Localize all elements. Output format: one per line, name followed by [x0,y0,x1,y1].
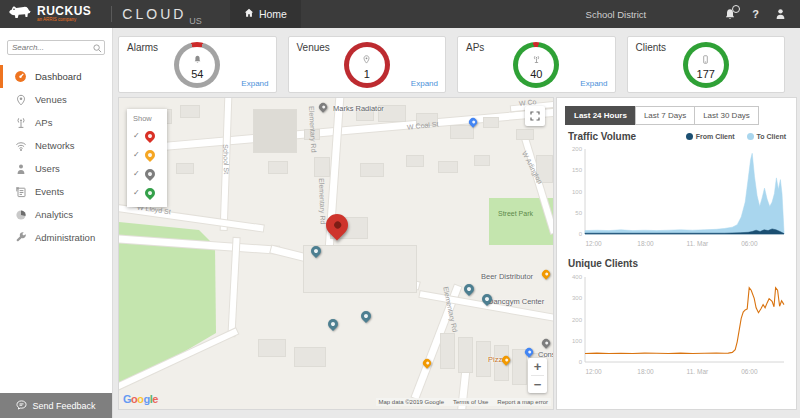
access-point-icon [532,50,541,68]
svg-text:18:00: 18:00 [637,240,654,247]
poi-pin-orange[interactable] [540,268,551,279]
google-logo[interactable]: Google [123,393,158,405]
traffic-volume-title: Traffic Volume [568,131,636,142]
feedback-label: Send Feedback [32,401,95,411]
brand-name: RUCKUS [37,5,91,17]
poi-label-beer-distributor[interactable]: Beer Distributor [481,272,533,281]
road-park-east [228,238,239,336]
legend-toggle-yellow[interactable]: ✓ [127,145,167,164]
venues-card: Venues 1 Expand [288,36,447,93]
map-building [259,340,285,356]
alarms-card: Alarms 54 Expand [118,36,277,93]
sidebar-item-aps[interactable]: APs [0,111,112,134]
map-building [475,156,489,165]
legend-toggle-gray[interactable]: ✓ [127,164,167,183]
search-icon [93,39,102,57]
road-school-st [221,97,232,230]
help-icon[interactable]: ? [752,8,759,20]
user-account-icon[interactable] [775,8,786,20]
red-pin-icon [143,128,157,142]
sidebar-item-label: APs [35,117,52,128]
svg-text:200: 200 [572,317,583,323]
tab-last-30-days[interactable]: Last 30 Days [694,106,759,125]
sidebar-item-events[interactable]: Events [0,180,112,203]
alarms-count: 54 [191,69,203,80]
poi-pin-gray[interactable] [540,337,551,348]
summary-cards-row: Alarms 54 Expand Venues 1 Expand APs [118,36,785,93]
park-label-street-park: Street Park [498,210,533,217]
legend-from-client: From Client [686,133,735,140]
checkmark-icon: ✓ [133,132,140,140]
road-w-coal-st [136,109,554,153]
poi-label-dancgym-center[interactable]: Dancgym Center [488,297,544,306]
notifications-bell-icon[interactable] [724,8,736,21]
clients-card: Clients 177 [627,36,786,93]
analytics-panel: Last 24 Hours Last 7 Days Last 30 Days T… [556,97,797,410]
product-name: CLOUD [122,6,186,22]
map-building [517,130,533,139]
sidebar-item-networks[interactable]: Networks [0,134,112,157]
map-building [181,106,199,117]
svg-text:18:00: 18:00 [637,368,654,375]
map-building [407,156,423,166]
home-label: Home [259,8,287,20]
aps-expand-link[interactable]: Expand [580,79,607,88]
map-data-credit: Map data ©2019 Google [379,399,444,405]
venue-pin-icon [14,93,27,106]
access-point-icon [14,116,27,129]
nav-home[interactable]: Home [230,0,301,28]
clients-gauge: 177 [683,42,729,88]
venues-card-title: Venues [297,42,330,53]
svg-text:400: 400 [572,274,583,280]
poi-pin-marks-radiator[interactable] [317,101,328,112]
ap-marker[interactable] [326,317,340,331]
terms-of-use-link[interactable]: Terms of Use [453,399,488,405]
sidebar-item-analytics[interactable]: Analytics [0,203,112,226]
ap-marker[interactable] [359,309,373,323]
legend-to-client: To Client [747,133,786,140]
tenant-name[interactable]: School District [586,9,647,20]
svg-text:100: 100 [572,189,583,195]
svg-text:200: 200 [572,146,583,152]
sidebar-item-venues[interactable]: Venues [0,88,112,111]
map-building [417,114,437,125]
ruckus-logo[interactable]: RUCKUS an ARRIS company [0,4,101,25]
user-icon [14,162,27,175]
time-range-tabs: Last 24 Hours Last 7 Days Last 30 Days [566,106,759,125]
events-list-icon [14,185,27,198]
send-feedback-button[interactable]: Send Feedback [0,393,112,418]
sidebar-item-label: Analytics [35,209,73,220]
sidebar-item-users[interactable]: Users [0,157,112,180]
venues-map[interactable]: W Coal St W Co Elementary Rd Elementary … [118,97,554,410]
tab-last-7-days[interactable]: Last 7 Days [635,106,695,125]
from-client-dot-icon [686,133,693,140]
svg-text:12:00: 12:00 [585,240,602,247]
legend-toggle-green[interactable]: ✓ [127,183,167,202]
svg-text:150: 150 [572,167,583,173]
search-input[interactable] [7,40,105,55]
home-icon [244,8,254,20]
venues-expand-link[interactable]: Expand [411,79,438,88]
map-building [254,110,296,152]
ap-marker[interactable] [462,282,476,296]
map-fullscreen-button[interactable] [525,106,545,126]
svg-text:50: 50 [575,210,582,216]
street-label-elementary-rd-2: Elementary Rd [318,178,327,225]
pin-icon [362,50,371,68]
sidebar-item-label: Events [35,186,64,197]
poi-label-marks-radiator[interactable]: Marks Radiator [333,104,384,113]
map-building [439,162,457,172]
sidebar-item-label: Networks [35,140,75,151]
report-map-error-link[interactable]: Report a map error [497,399,548,405]
sidebar-item-dashboard[interactable]: Dashboard [0,65,112,88]
unique-clients-chart: 010020030040012:0018:0011. Mar06:00 [565,272,789,378]
legend-toggle-red[interactable]: ✓ [127,126,167,145]
unique-clients-title: Unique Clients [568,258,638,269]
svg-text:06:00: 06:00 [741,368,758,375]
alarms-expand-link[interactable]: Expand [241,79,268,88]
map-building [459,338,472,372]
zoom-in-button[interactable]: + [528,358,547,375]
tab-last-24-hours[interactable]: Last 24 Hours [565,106,636,125]
zoom-out-button[interactable]: − [528,376,547,393]
sidebar-item-administration[interactable]: Administration [0,226,112,249]
